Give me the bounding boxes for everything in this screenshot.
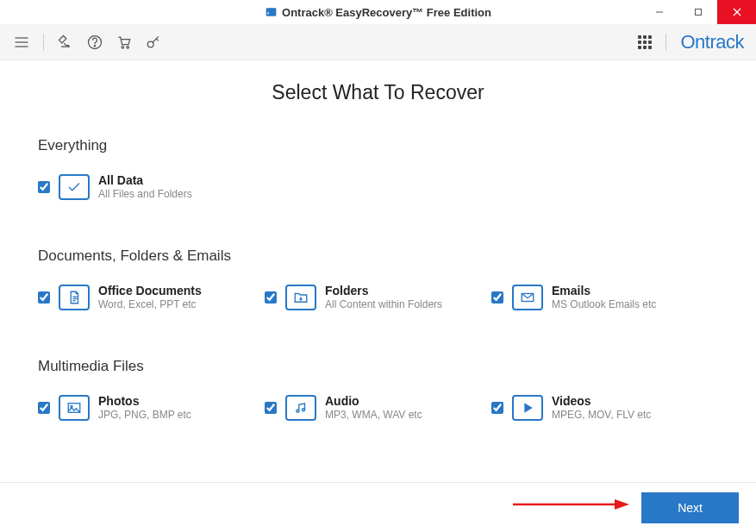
option-title: Folders xyxy=(325,284,442,297)
email-icon xyxy=(512,285,543,310)
option-title: Videos xyxy=(552,394,651,408)
main-content: Select What To Recover Everything All Da… xyxy=(0,60,756,421)
option-text: All Data All Files and Folders xyxy=(98,173,192,200)
video-icon xyxy=(512,395,543,421)
option-sub: All Files and Folders xyxy=(98,188,192,200)
svg-point-9 xyxy=(94,45,95,46)
section-heading-everything: Everything xyxy=(38,137,718,154)
option-sub: Word, Excel, PPT etc xyxy=(98,298,202,310)
svg-rect-0 xyxy=(266,8,276,16)
option-emails[interactable]: Emails MS Outlook Emails etc xyxy=(491,284,718,310)
help-icon[interactable] xyxy=(85,33,104,52)
footer-bar: Next xyxy=(0,482,756,532)
svg-point-10 xyxy=(122,46,124,48)
section-heading-multimedia: Multimedia Files xyxy=(38,358,718,375)
section-options-documents: Office Documents Word, Excel, PPT etc Fo… xyxy=(38,284,718,310)
key-icon[interactable] xyxy=(144,33,163,52)
page-title: Select What To Recover xyxy=(38,81,718,104)
option-title: All Data xyxy=(98,173,192,187)
option-text: Emails MS Outlook Emails etc xyxy=(552,284,656,310)
app-icon xyxy=(265,6,277,18)
folder-icon xyxy=(285,285,316,310)
option-office-documents[interactable]: Office Documents Word, Excel, PPT etc xyxy=(38,284,265,310)
document-icon xyxy=(59,285,90,310)
option-title: Emails xyxy=(552,284,656,297)
option-text: Folders All Content within Folders xyxy=(325,284,442,310)
minimize-button[interactable] xyxy=(640,0,678,24)
window-title-text: Ontrack® EasyRecovery™ Free Edition xyxy=(282,6,491,19)
svg-point-11 xyxy=(127,46,129,48)
section-options-multimedia: Photos JPG, PNG, BMP etc Audio MP3, WMA,… xyxy=(38,394,718,421)
audio-icon xyxy=(285,395,316,421)
microscope-icon[interactable] xyxy=(56,33,75,52)
option-sub: All Content within Folders xyxy=(325,298,442,310)
checkbox-audio[interactable] xyxy=(265,402,277,414)
checkbox-photos[interactable] xyxy=(38,402,50,414)
close-button[interactable] xyxy=(717,0,756,24)
svg-rect-2 xyxy=(695,9,701,16)
option-all-data[interactable]: All Data All Files and Folders xyxy=(38,173,266,200)
window-controls xyxy=(640,0,756,24)
checkbox-emails[interactable] xyxy=(491,291,503,304)
window-title: Ontrack® EasyRecovery™ Free Edition xyxy=(265,6,491,19)
svg-marker-21 xyxy=(525,404,532,411)
checkbox-folders[interactable] xyxy=(265,291,277,304)
divider xyxy=(665,34,666,51)
option-sub: JPG, PNG, BMP etc xyxy=(98,409,191,421)
option-text: Audio MP3, WMA, WAV etc xyxy=(325,394,422,421)
svg-point-20 xyxy=(303,408,305,410)
checkbox-office-documents[interactable] xyxy=(38,291,50,304)
toolbar-left xyxy=(12,33,163,52)
checkbox-videos[interactable] xyxy=(491,402,503,414)
next-button[interactable]: Next xyxy=(641,492,739,523)
checkbox-all-data[interactable] xyxy=(38,181,50,193)
brand-logo: Ontrack xyxy=(680,31,744,53)
maximize-button[interactable] xyxy=(678,0,717,24)
option-sub: MPEG, MOV, FLV etc xyxy=(552,409,651,421)
svg-point-12 xyxy=(147,41,153,47)
option-title: Audio xyxy=(325,394,422,408)
option-text: Office Documents Word, Excel, PPT etc xyxy=(98,284,202,310)
option-sub: MP3, WMA, WAV etc xyxy=(325,409,422,421)
option-photos[interactable]: Photos JPG, PNG, BMP etc xyxy=(38,394,265,421)
option-videos[interactable]: Videos MPEG, MOV, FLV etc xyxy=(491,394,718,421)
option-text: Videos MPEG, MOV, FLV etc xyxy=(552,394,651,421)
option-folders[interactable]: Folders All Content within Folders xyxy=(265,284,491,310)
titlebar: Ontrack® EasyRecovery™ Free Edition xyxy=(0,0,756,24)
photo-icon xyxy=(59,395,90,421)
option-text: Photos JPG, PNG, BMP etc xyxy=(98,394,191,421)
svg-point-19 xyxy=(297,410,299,412)
divider xyxy=(43,34,44,51)
toolbar: Ontrack xyxy=(0,24,756,60)
option-sub: MS Outlook Emails etc xyxy=(552,298,656,310)
apps-icon[interactable] xyxy=(638,35,652,49)
option-title: Office Documents xyxy=(98,284,202,297)
section-heading-documents: Documents, Folders & Emails xyxy=(38,247,718,265)
toolbar-right: Ontrack xyxy=(638,31,744,53)
all-data-icon xyxy=(59,174,90,200)
option-title: Photos xyxy=(98,394,191,408)
menu-icon[interactable] xyxy=(12,33,31,52)
section-options-everything: All Data All Files and Folders xyxy=(38,173,718,200)
option-audio[interactable]: Audio MP3, WMA, WAV etc xyxy=(265,394,491,421)
cart-icon[interactable] xyxy=(115,33,134,52)
